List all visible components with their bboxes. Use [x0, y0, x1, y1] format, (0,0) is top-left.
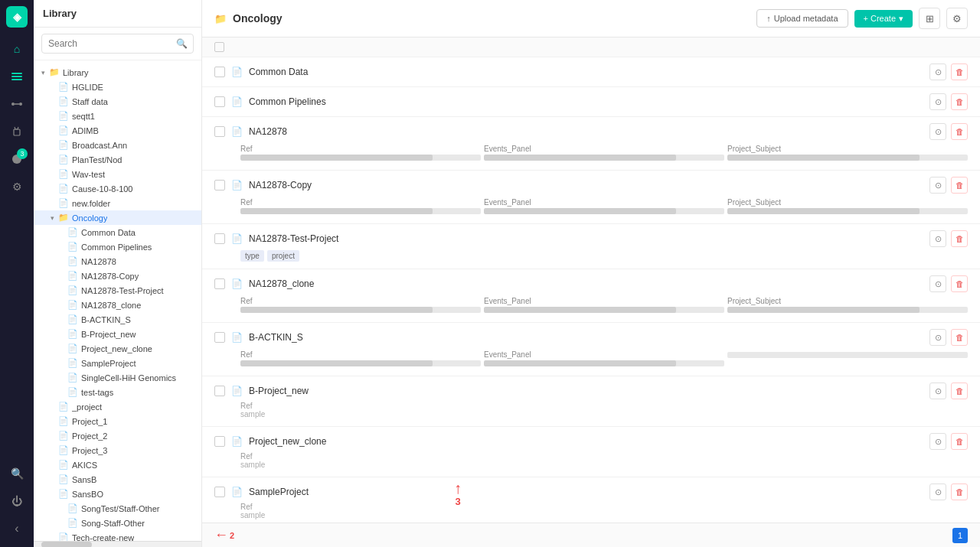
- sidebar-item-item8[interactable]: 📄Cause-10-8-100: [34, 181, 201, 196]
- sidebar-item-item7[interactable]: 📄Wav-test: [34, 167, 201, 181]
- nav-logo[interactable]: ◈: [6, 6, 28, 28]
- nav-pipelines[interactable]: [5, 92, 29, 116]
- pipeline-field-label: Ref: [240, 452, 968, 461]
- list-item-b_actkin[interactable]: 📄B-ACTKIN_S⊙🗑RefEvents_Panel: [202, 323, 980, 376]
- sidebar-item-item2[interactable]: 📄Staff data: [34, 94, 201, 109]
- select-all-check[interactable]: [214, 42, 230, 52]
- svg-rect-6: [14, 129, 20, 135]
- nav-power[interactable]: ⏻: [5, 489, 29, 513]
- copy-button[interactable]: ⊙: [929, 123, 946, 140]
- copy-button[interactable]: ⊙: [929, 275, 946, 292]
- sidebar-item-project4[interactable]: 📄Project_3: [34, 443, 201, 457]
- copy-button[interactable]: ⊙: [929, 177, 946, 194]
- sidebar-item-onc7[interactable]: 📄B-ACTKIN_S: [34, 312, 201, 327]
- list-item-na12878_copy[interactable]: 📄NA12878-Copy⊙🗑RefEvents_PanelProject_Su…: [202, 171, 980, 224]
- sidebar-item-project2[interactable]: 📄Project_1: [34, 414, 201, 428]
- copy-button[interactable]: ⊙: [929, 63, 946, 80]
- delete-button[interactable]: 🗑: [951, 63, 968, 80]
- copy-button[interactable]: ⊙: [929, 329, 946, 346]
- sidebar-item-item3[interactable]: 📄seqtt1: [34, 109, 201, 123]
- delete-button[interactable]: 🗑: [951, 383, 968, 399]
- nav-settings[interactable]: ⚙: [5, 174, 29, 199]
- list-item-na12878_test[interactable]: 📄NA12878-Test-Project⊙🗑typeproject: [202, 224, 980, 269]
- sidebar-item-onc12[interactable]: 📄test-tags: [34, 385, 201, 399]
- nav-notifications[interactable]: 3: [5, 147, 29, 171]
- sidebar-item-project3[interactable]: 📄Project_2: [34, 428, 201, 443]
- checkbox[interactable]: [214, 386, 225, 396]
- list-item-project_new_clone[interactable]: 📄Project_new_clone⊙🗑Refsample: [202, 427, 980, 477]
- sidebar-item-item5[interactable]: 📄Broadcast.Ann: [34, 138, 201, 152]
- sidebar-item-onc4[interactable]: 📄NA12878-Copy: [34, 269, 201, 283]
- sidebar-item-project9[interactable]: 📄Song-Staff-Other: [34, 516, 201, 530]
- delete-button[interactable]: 🗑: [951, 177, 968, 194]
- sidebar-item-onc9[interactable]: 📄Project_new_clone: [34, 341, 201, 356]
- copy-button[interactable]: ⊙: [929, 230, 946, 247]
- copy-button[interactable]: ⊙: [929, 93, 946, 110]
- copy-button[interactable]: ⊙: [929, 484, 946, 500]
- copy-button[interactable]: ⊙: [929, 383, 946, 399]
- copy-button[interactable]: ⊙: [929, 433, 946, 450]
- checkbox[interactable]: [214, 278, 225, 289]
- sidebar-item-onc2[interactable]: 📄Common Pipelines: [34, 239, 201, 254]
- page-number[interactable]: 1: [952, 528, 968, 543]
- sidebar-item-onc10[interactable]: 📄SampleProject: [34, 356, 201, 370]
- search-box: 🔍: [34, 28, 201, 60]
- checkbox[interactable]: [214, 126, 225, 137]
- sidebar-item-onc11[interactable]: 📄SingleCell-HiH Genomics: [34, 370, 201, 385]
- list-item-b_project_new[interactable]: 📄B-Project_new⊙🗑Refsample: [202, 376, 980, 427]
- settings-button[interactable]: ⚙: [946, 8, 968, 29]
- sidebar-item-item4[interactable]: 📄ADIMB: [34, 123, 201, 138]
- nav-library[interactable]: [5, 64, 29, 89]
- item-name: NA12878_clone: [249, 278, 923, 289]
- sidebar-item-onc5[interactable]: 📄NA12878-Test-Project: [34, 283, 201, 298]
- sidebar-item-onc1[interactable]: 📄Common Data: [34, 225, 201, 239]
- list-item-common_data[interactable]: 📄Common Data⊙🗑: [202, 57, 980, 87]
- sidebar-item-project7[interactable]: 📄SansBO: [34, 487, 201, 501]
- checkbox[interactable]: [214, 332, 225, 343]
- delete-button[interactable]: 🗑: [951, 329, 968, 346]
- sidebar-item-oncology[interactable]: ▾📁Oncology: [34, 210, 201, 225]
- view-grid-button[interactable]: ⊞: [919, 8, 940, 29]
- nav-search[interactable]: 🔍: [5, 461, 29, 486]
- checkbox[interactable]: [214, 436, 225, 447]
- sidebar-item-item6[interactable]: 📄PlanTest/Nod: [34, 152, 201, 167]
- list-item-na12878_clone[interactable]: 📄NA12878_clone⊙🗑RefEvents_PanelProject_S…: [202, 269, 980, 323]
- file-icon: 📄: [67, 285, 78, 295]
- list-item-common_pipelines[interactable]: 📄Common Pipelines⊙🗑: [202, 87, 980, 117]
- delete-button[interactable]: 🗑: [951, 433, 968, 450]
- folder-icon: 📁: [214, 13, 227, 24]
- checkbox[interactable]: [214, 487, 225, 497]
- sidebar-item-library[interactable]: ▾📁Library: [34, 65, 201, 80]
- list-item-na12878[interactable]: 📄NA12878⊙🗑RefEvents_PanelProject_Subject: [202, 117, 980, 171]
- search-input[interactable]: [41, 34, 194, 54]
- checkbox[interactable]: [214, 67, 225, 77]
- sidebar-item-onc3[interactable]: 📄NA12878: [34, 254, 201, 269]
- checkbox-all[interactable]: [214, 42, 224, 52]
- sidebar-item-onc8[interactable]: 📄B-Project_new: [34, 327, 201, 341]
- upload-metadata-button[interactable]: ↑ Upload metadata: [756, 9, 848, 28]
- delete-button[interactable]: 🗑: [951, 123, 968, 140]
- checkbox[interactable]: [214, 96, 225, 107]
- checkbox[interactable]: [214, 233, 225, 244]
- sidebar-item-item1[interactable]: 📄HGLIDE: [34, 80, 201, 94]
- delete-button[interactable]: 🗑: [951, 230, 968, 247]
- sidebar-item-onc6[interactable]: 📄NA12878_clone: [34, 298, 201, 312]
- nav-home[interactable]: ⌂: [5, 37, 29, 61]
- sidebar-item-project1[interactable]: 📄_project: [34, 399, 201, 414]
- item-icon: 📄: [231, 332, 243, 343]
- list-item-sample_project[interactable]: 📄SampleProject⊙🗑Refsample: [202, 477, 980, 523]
- sidebar-item-project10[interactable]: 📄Tech-create-new: [34, 530, 201, 541]
- checkbox[interactable]: [214, 180, 225, 190]
- sidebar-item-project8[interactable]: 📄SongTest/Staff-Other: [34, 501, 201, 516]
- delete-button[interactable]: 🗑: [951, 275, 968, 292]
- sidebar-item-project5[interactable]: 📄AKICS: [34, 457, 201, 472]
- sidebar-item-item9[interactable]: 📄new.folder: [34, 196, 201, 210]
- toggle-icon: [47, 199, 57, 208]
- sidebar-item-project6[interactable]: 📄SansB: [34, 472, 201, 487]
- nav-tools[interactable]: [5, 119, 29, 144]
- main-content: 📄Common Data⊙🗑📄Common Pipelines⊙🗑📄NA1287…: [202, 37, 980, 523]
- delete-button[interactable]: 🗑: [951, 93, 968, 110]
- delete-button[interactable]: 🗑: [951, 484, 968, 500]
- nav-collapse[interactable]: ‹: [5, 516, 29, 541]
- create-button[interactable]: + Create ▾: [854, 10, 913, 28]
